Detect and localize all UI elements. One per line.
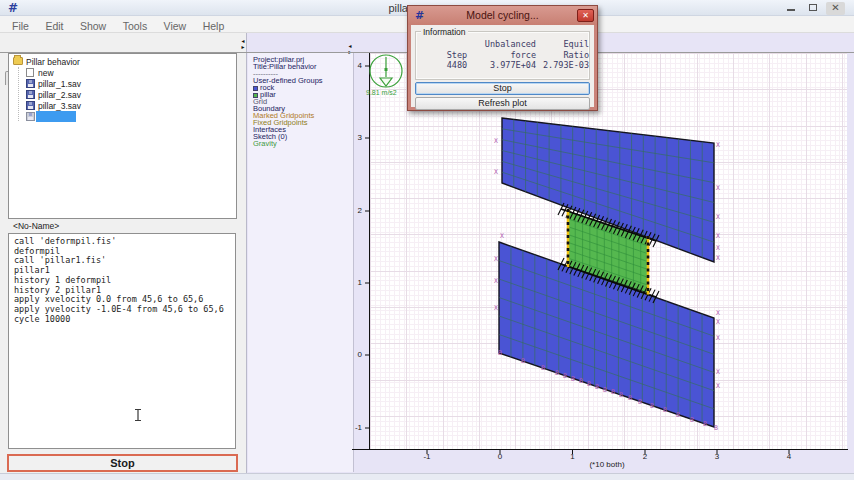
legend-swatch <box>253 93 258 98</box>
y-tick-label: 4 <box>348 61 362 70</box>
app-icon: # <box>8 1 18 15</box>
record-console-text: call 'deformpil.fis' deformpil call 'pil… <box>14 237 224 324</box>
maximize-button[interactable] <box>803 2 822 15</box>
plot-legend-panel: Project:pillar.prjTitle:Pillar behavior-… <box>248 53 354 472</box>
tree-item-new-save[interactable] <box>13 111 38 122</box>
floppy-icon <box>26 101 35 110</box>
floppy-icon <box>26 79 35 88</box>
floppy-icon <box>26 112 35 121</box>
y-tick-label: -1 <box>348 423 362 432</box>
ibeam-cursor <box>133 408 143 422</box>
plot-legend-list: Project:pillar.prjTitle:Pillar behavior-… <box>253 56 323 147</box>
menu-show[interactable]: Show <box>74 18 112 34</box>
plot-canvas[interactable] <box>370 53 847 449</box>
model-cycling-dialog: # Model cycling... ✕ Information Unbalan… <box>407 5 598 111</box>
x-tick-label: 3 <box>706 452 728 461</box>
folder-icon <box>13 57 23 65</box>
close-button[interactable]: ✕ <box>826 2 845 15</box>
dialog-close-button[interactable]: ✕ <box>577 9 594 22</box>
y-tick-label: 1 <box>348 278 362 287</box>
x-tick-label: -1 <box>416 452 438 461</box>
gravity-value-label: 9.81 m/s2 <box>366 89 397 96</box>
tabline <box>0 52 246 53</box>
table-row: UnbalancedEquil <box>430 39 589 50</box>
tree-item-pillar-1[interactable]: pillar_1.sav <box>13 78 81 89</box>
record-console[interactable]: call 'deformpil.fis' deformpil call 'pil… <box>8 233 236 449</box>
dialog-title-bar[interactable]: # Model cycling... ✕ <box>408 6 597 25</box>
menu-view[interactable]: View <box>158 18 193 34</box>
y-tick-label: 2 <box>348 206 362 215</box>
legend-line: Gravity <box>253 140 323 147</box>
panel-divider <box>246 33 247 473</box>
x-tick-label: 0 <box>489 452 511 461</box>
dialog-body: Information UnbalancedEquil StepforceRat… <box>411 25 594 107</box>
menu-help[interactable]: Help <box>197 18 231 34</box>
dialog-title: Model cycling... <box>408 9 597 21</box>
y-tick-label: 0 <box>348 350 362 359</box>
legend-swatch <box>253 86 258 91</box>
maximize-icon <box>809 4 817 11</box>
information-label: Information <box>421 27 468 37</box>
left-panel: Console Record Fish Notes Pillar behavio… <box>0 33 246 473</box>
tree-item-new[interactable]: new <box>13 67 54 78</box>
table-row: StepforceRatio <box>430 50 589 61</box>
close-icon: ✕ <box>582 11 589 20</box>
cycling-info-table: UnbalancedEquil StepforceRatio 44803.977… <box>430 39 589 71</box>
tree-item-pillar-3[interactable]: pillar_3.sav <box>13 100 81 111</box>
minimize-button[interactable] <box>781 2 800 15</box>
menu-edit[interactable]: Edit <box>39 18 69 34</box>
close-icon: ✕ <box>831 2 839 13</box>
menu-tools[interactable]: Tools <box>117 18 154 34</box>
record-tree: Pillar behavior new pillar_1.sav pillar_… <box>8 53 237 219</box>
legend-splitter-arrows[interactable]: ◄► <box>347 43 353 55</box>
dialog-stop-button[interactable]: Stop <box>415 82 590 95</box>
floppy-icon <box>26 90 35 99</box>
record-section-label: <No-Name> <box>13 221 59 231</box>
x-axis-caption: (*10 both) <box>567 460 647 469</box>
tree-selection-rename-box[interactable] <box>36 111 76 122</box>
record-stop-button[interactable]: Stop <box>7 454 238 472</box>
status-bar <box>0 473 854 480</box>
information-groupbox: Information UnbalancedEquil StepforceRat… <box>415 31 590 80</box>
tree-root-pillar-behavior[interactable]: Pillar behavior <box>13 56 80 67</box>
table-row: 44803.977E+042.793E-03 <box>430 60 589 71</box>
x-tick-label: 4 <box>778 452 800 461</box>
y-tick-label: 3 <box>348 133 362 142</box>
minimize-icon <box>787 3 795 11</box>
file-icon <box>26 68 34 77</box>
menu-file[interactable]: File <box>6 18 35 34</box>
dialog-refresh-plot-button[interactable]: Refresh plot <box>415 97 590 110</box>
tree-item-pillar-2[interactable]: pillar_2.sav <box>13 89 81 100</box>
